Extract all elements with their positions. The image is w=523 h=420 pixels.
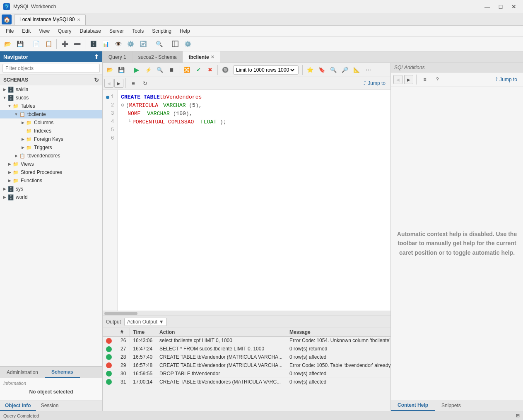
bookmark2-btn[interactable]: 🔖 (316, 65, 327, 75)
status-text: Query Completed (3, 413, 39, 418)
bookmark-btn[interactable]: ⭐ (305, 65, 316, 75)
menu-database[interactable]: Database (76, 27, 105, 35)
maximize-button[interactable]: □ (495, 2, 506, 12)
tree-item-tbvendendores[interactable]: ▶ 📋 tbvendendores (0, 152, 102, 160)
toolbar-new-script-btn[interactable]: 📄 (30, 38, 42, 50)
toggle-btn[interactable]: 🔀 (181, 65, 192, 75)
menu-edit[interactable]: Edit (18, 27, 35, 35)
tree-arrow-fn: ▶ (7, 178, 12, 183)
toolbar-settings-btn[interactable]: ⚙️ (182, 38, 193, 50)
menu-file[interactable]: File (2, 27, 18, 35)
tree-item-triggers[interactable]: ▶ 📁 Triggers (0, 143, 102, 152)
toolbar-open-script-btn[interactable]: 📋 (43, 38, 54, 50)
format2-btn[interactable]: ≡ (128, 78, 139, 89)
output-table-wrap[interactable]: # Time Action Message Duration / Fetch 2… (103, 328, 390, 411)
tree-item-functions[interactable]: ▶ 📁 Functions (0, 176, 102, 185)
query-tab-3[interactable]: tbcliente ✕ (183, 51, 220, 63)
toolbar-proc-btn[interactable]: ⚙️ (125, 38, 136, 50)
tree-item-sys[interactable]: ▶ 🗄️ sys (0, 185, 102, 193)
explain-btn[interactable]: 🔍 (154, 65, 165, 75)
tree-item-sakila[interactable]: ▶ 🗄️ sakila (0, 85, 102, 94)
tree-item-tbcliente[interactable]: ▼ 📋 tbcliente (0, 110, 102, 118)
toolbar-remove-btn[interactable]: ➖ (71, 38, 83, 50)
tree-item-tables[interactable]: ▼ 📁 Tables (0, 102, 102, 110)
toolbar-view-btn[interactable]: 👁️ (112, 38, 124, 50)
close-button[interactable]: ✕ (508, 2, 520, 12)
obj-info-tab[interactable]: Object Info (0, 401, 36, 411)
tree-item-sucos[interactable]: ▼ 🗄️ sucos (0, 94, 102, 102)
tree-item-foreignkeys[interactable]: ▶ 📁 Foreign Keys (0, 135, 102, 143)
code-editor[interactable]: 1 2 3 4 5 6 CREATE TABLE tbVendendores (103, 90, 390, 311)
limit-dropdown[interactable]: 1000 500 200 (276, 67, 296, 73)
sql-additions-panel: SQLAdditions ◀ ▶ ≡ ? ⤴ Jump to Automatic… (390, 63, 523, 411)
toolbar-refresh-btn[interactable]: 🔄 (137, 38, 149, 50)
menu-help[interactable]: Help (176, 27, 194, 35)
tree-item-views[interactable]: ▶ 📁 Views (0, 160, 102, 168)
sqladd-back-btn[interactable]: ◀ (393, 75, 402, 84)
type-float: FLOAT (200, 118, 217, 127)
tree-item-world[interactable]: ▶ 🗄️ world (0, 193, 102, 201)
schemas-tab-btn[interactable]: Schemas (45, 367, 80, 378)
query-tab-2[interactable]: sucos2 - Schema (133, 51, 183, 63)
jump-to-btn[interactable]: ⤴ Jump to (360, 80, 389, 87)
toolbar-add-btn[interactable]: ➕ (59, 38, 70, 50)
tree-label-fk: Foreign Keys (34, 136, 63, 142)
query-tab-3-close[interactable]: ✕ (211, 55, 214, 59)
tree-item-indexes[interactable]: ▶ 📁 Indexes (0, 127, 102, 135)
nav-forward-btn[interactable]: ▶ (114, 79, 123, 88)
limit-select-wrap[interactable]: Limit to 1000 rows 1000 500 200 (233, 65, 299, 75)
menu-scripting[interactable]: Scripting (148, 27, 176, 35)
tree-item-columns[interactable]: ▶ 📁 Columns (0, 118, 102, 127)
open-folder-btn[interactable]: 📂 (104, 65, 115, 75)
nav-back-btn[interactable]: ◀ (104, 79, 113, 88)
tree-item-storedprocs[interactable]: ▶ 📁 Stored Procedures (0, 168, 102, 176)
schemas-action-icon[interactable]: ↻ (94, 77, 99, 83)
autocommit-btn[interactable]: 🔘 (220, 65, 231, 75)
sqladd-forward-btn[interactable]: ▶ (404, 75, 413, 84)
query-tab-1[interactable]: Query 1 (103, 51, 133, 63)
toolbar-layout1-btn[interactable] (169, 38, 181, 50)
minimize-button[interactable]: — (482, 2, 493, 12)
output-dropdown[interactable]: Action Output ▼ (124, 318, 167, 326)
toolbar-open-btn[interactable]: 📂 (2, 38, 13, 50)
rollback-btn[interactable]: ✖ (205, 65, 215, 75)
instance-tab-close[interactable]: ✕ (77, 17, 80, 22)
menu-view[interactable]: View (35, 27, 54, 35)
filter-input[interactable] (2, 64, 100, 73)
menu-server[interactable]: Server (105, 27, 128, 35)
save-file-btn[interactable]: 💾 (116, 65, 127, 75)
run-line-btn[interactable]: ⚡ (143, 65, 154, 75)
toolbar-search-btn[interactable]: 🔍 (153, 38, 165, 50)
schema-icon-world: 🗄️ (7, 194, 14, 200)
format-btn[interactable]: 📐 (351, 65, 362, 75)
refresh2-btn[interactable]: ↻ (140, 78, 150, 89)
find-btn[interactable]: 🔍 (328, 65, 339, 75)
commit-btn[interactable]: ✔ (193, 65, 204, 75)
inspect-btn[interactable]: 🔎 (340, 65, 350, 75)
admin-tab-btn[interactable]: Administration (0, 367, 45, 378)
sp1 (160, 101, 163, 110)
sqladd-help-btn[interactable]: ? (432, 74, 443, 85)
menu-tools[interactable]: Tools (128, 27, 148, 35)
toolbar-schema-btn[interactable]: 🗄️ (87, 38, 99, 50)
status-cell (103, 353, 117, 361)
more-btn[interactable]: ⋯ (363, 65, 374, 75)
toolbar-save-btn[interactable]: 💾 (14, 38, 26, 50)
session-tab[interactable]: Session (36, 401, 64, 411)
context-help-tab[interactable]: Context Help (391, 400, 435, 411)
toolbar-table-btn[interactable]: 📊 (100, 38, 111, 50)
sqladd-refresh-btn[interactable]: ≡ (419, 74, 430, 85)
instance-tab[interactable]: Local instance MySQL80 ✕ (14, 14, 86, 25)
home-button[interactable]: 🏠 (2, 14, 12, 24)
row-action: CREATE TABLE tbVendendor (MATRICULA VARC… (156, 361, 286, 369)
code-content[interactable]: CREATE TABLE tbVendendores ⊖ ( MATRICULA… (118, 90, 390, 311)
col-time: Time (130, 328, 156, 337)
stop-btn[interactable]: ⏹ (166, 65, 177, 75)
h-scrollbar-thumb[interactable] (104, 312, 137, 315)
snippets-tab[interactable]: Snippets (435, 400, 468, 411)
table-row: 31 17:00:14 CREATE TABLE tbVendendores (… (103, 378, 390, 386)
menu-query[interactable]: Query (54, 27, 76, 35)
run-all-btn[interactable]: ▶ (131, 65, 142, 75)
sqladd-jump-btn[interactable]: ⤴ Jump to (492, 76, 521, 83)
line-numbers: 1 2 3 4 5 6 (103, 90, 118, 311)
